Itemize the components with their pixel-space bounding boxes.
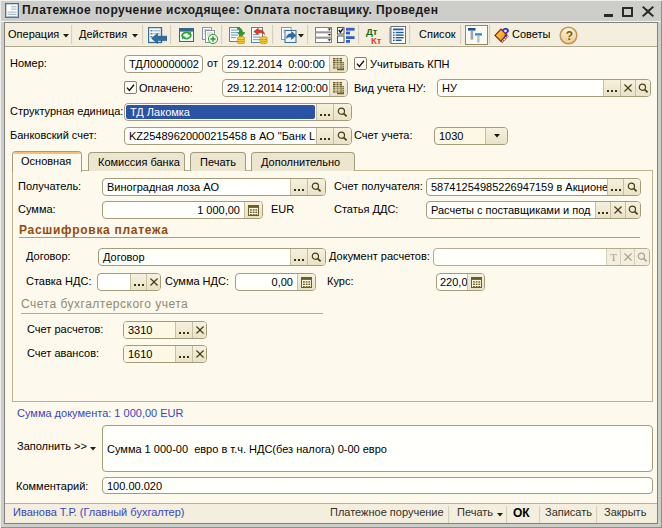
svg-text:?: ?: [502, 26, 510, 40]
svg-text:?: ?: [566, 29, 573, 43]
